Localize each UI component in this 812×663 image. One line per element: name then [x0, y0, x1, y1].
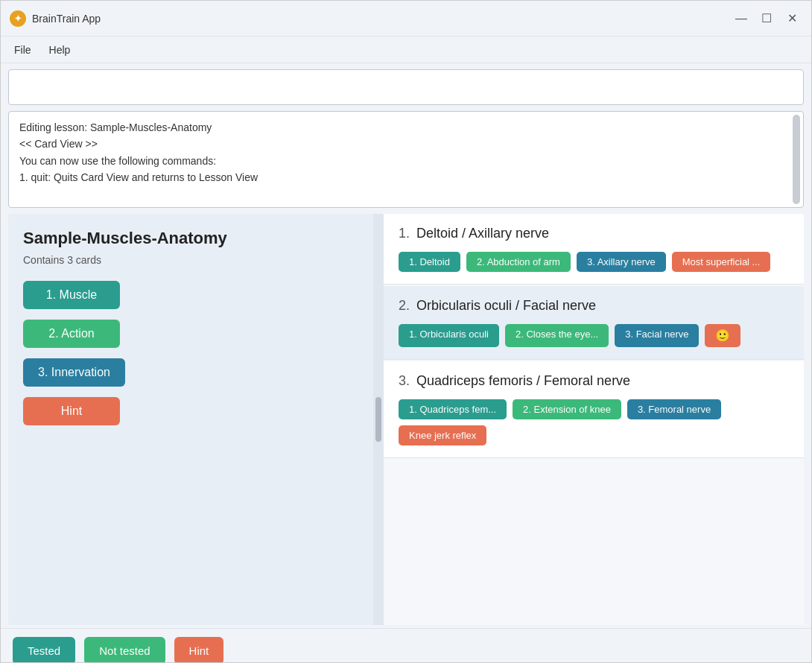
menu-bar: File Help [1, 37, 811, 63]
divider-handle [375, 397, 381, 442]
card-2-title-text: Orbicularis oculi / Facial nerve [416, 298, 596, 313]
close-button[interactable]: ✕ [781, 8, 802, 29]
card-1-tag-innervation[interactable]: 3. Axillary nerve [577, 252, 666, 272]
panel-divider[interactable] [373, 214, 384, 625]
right-panel: 1. Deltoid / Axillary nerve 1. Deltoid 2… [384, 214, 804, 625]
lesson-title: Sample-Muscles-Anatomy [23, 229, 358, 248]
card-1-title-text: Deltoid / Axillary nerve [416, 226, 549, 241]
card-2-tag-innervation[interactable]: 3. Facial nerve [615, 324, 699, 347]
card-3-tag-action[interactable]: 2. Extension of knee [513, 399, 621, 419]
card-2-tag-action[interactable]: 2. Closes the eye... [505, 324, 609, 347]
input-area[interactable] [8, 69, 804, 105]
window-controls: — ☐ ✕ [731, 8, 802, 29]
app-icon: ✦ [10, 10, 26, 27]
console-scrollbar[interactable] [793, 115, 800, 204]
card-1-num: 1. [399, 226, 410, 241]
maximize-button[interactable]: ☐ [756, 8, 777, 29]
left-panel: Sample-Muscles-Anatomy Contains 3 cards … [8, 214, 373, 625]
card-3-tags: 1. Quadriceps fem... 2. Extension of kne… [399, 399, 789, 445]
tested-button[interactable]: Tested [13, 637, 75, 663]
card-1-tag-muscle[interactable]: 1. Deltoid [399, 252, 460, 272]
card-3-title: 3. Quadriceps femoris / Femoral nerve [399, 373, 789, 389]
card-2-num: 2. [399, 298, 410, 313]
action-button[interactable]: 2. Action [23, 320, 120, 348]
app-title: BrainTrain App [32, 13, 101, 25]
card-3-num: 3. [399, 373, 410, 388]
card-1-tags: 1. Deltoid 2. Abduction of arm 3. Axilla… [399, 252, 789, 272]
menu-help[interactable]: Help [42, 41, 78, 59]
card-2-tag-muscle[interactable]: 1. Orbicularis oculi [399, 324, 499, 347]
menu-file[interactable]: File [7, 41, 39, 59]
lesson-subtitle: Contains 3 cards [23, 254, 358, 266]
bottom-bar: Tested Not tested Hint [1, 628, 811, 663]
card-2-tag-emoji[interactable]: 🙂 [705, 324, 740, 347]
hint-button[interactable]: Hint [23, 397, 120, 425]
minimize-button[interactable]: — [731, 8, 752, 29]
card-3-title-text: Quadriceps femoris / Femoral nerve [416, 373, 630, 388]
console-line-3: You can now use the following commands: [19, 153, 793, 169]
card-1-tag-action[interactable]: 2. Abduction of arm [466, 252, 571, 272]
card-1-title: 1. Deltoid / Axillary nerve [399, 226, 789, 241]
card-3-tag-innervation[interactable]: 3. Femoral nerve [627, 399, 721, 419]
console-line-4: 1. quit: Quits Card View and returns to … [19, 169, 793, 185]
card-3-tag-hint[interactable]: Knee jerk reflex [399, 425, 486, 445]
card-2-title: 2. Orbicularis oculi / Facial nerve [399, 298, 789, 314]
title-bar: ✦ BrainTrain App — ☐ ✕ [1, 1, 811, 37]
main-content: Sample-Muscles-Anatomy Contains 3 cards … [8, 214, 804, 625]
command-input[interactable] [16, 80, 796, 94]
card-1[interactable]: 1. Deltoid / Axillary nerve 1. Deltoid 2… [384, 214, 804, 285]
not-tested-button[interactable]: Not tested [84, 637, 165, 663]
card-2-tags: 1. Orbicularis oculi 2. Closes the eye..… [399, 324, 789, 347]
muscle-button[interactable]: 1. Muscle [23, 281, 120, 309]
innervation-button[interactable]: 3. Innervation [23, 358, 125, 387]
console-line-1: Editing lesson: Sample-Muscles-Anatomy [19, 119, 793, 136]
hint-bottom-button[interactable]: Hint [174, 637, 224, 663]
card-1-tag-hint[interactable]: Most superficial ... [672, 252, 771, 272]
console-line-2: << Card View >> [19, 136, 793, 152]
card-3[interactable]: 3. Quadriceps femoris / Femoral nerve 1.… [384, 361, 804, 458]
console-area: Editing lesson: Sample-Muscles-Anatomy <… [8, 111, 804, 208]
card-2[interactable]: 2. Orbicularis oculi / Facial nerve 1. O… [384, 286, 804, 360]
card-3-tag-muscle[interactable]: 1. Quadriceps fem... [399, 399, 507, 419]
